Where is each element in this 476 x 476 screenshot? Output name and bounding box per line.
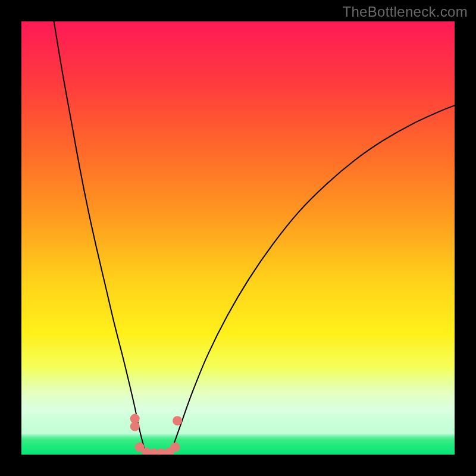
chart-frame: TheBottleneck.com: [0, 0, 476, 476]
watermark-label: TheBottleneck.com: [342, 4, 468, 20]
plot-area: [21, 21, 455, 455]
plot-foreground: [21, 21, 455, 455]
